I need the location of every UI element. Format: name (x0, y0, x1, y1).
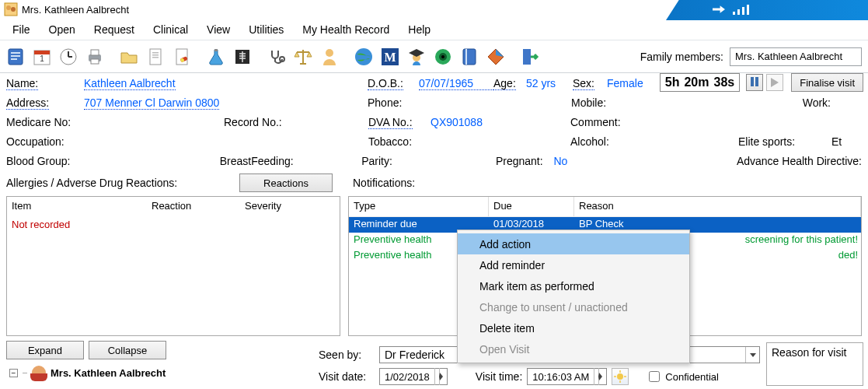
svg-rect-17 (152, 52, 159, 54)
label-work: Work: (803, 96, 862, 109)
label-allergies: Allergies / Adverse Drug Reactions: (6, 177, 239, 189)
label-mobile: Mobile: (571, 96, 664, 109)
tb-file-icon[interactable] (3, 43, 28, 71)
col-type[interactable]: Type (349, 197, 489, 216)
svg-point-1 (6, 5, 11, 10)
chevron-down-icon (750, 353, 756, 357)
menu-mhr[interactable]: My Health Record (293, 20, 399, 39)
tb-person-icon[interactable] (317, 43, 342, 71)
svg-rect-14 (91, 50, 99, 55)
menu-utilities[interactable]: Utilities (239, 20, 293, 39)
tb-stethoscope-icon[interactable] (264, 43, 289, 71)
svg-rect-15 (91, 59, 99, 64)
tb-openfile-icon[interactable] (117, 43, 141, 71)
tb-clock-icon[interactable] (56, 43, 81, 71)
label-advance: Advance Health Directive: (737, 155, 862, 167)
pause-button[interactable] (746, 74, 763, 91)
value-sex: Female (607, 77, 643, 89)
label-age: Age: (493, 77, 526, 89)
svg-rect-38 (465, 49, 467, 65)
play-button[interactable] (766, 74, 783, 91)
patient-fields: 5h 20m 38s Finalise visit Name: Kathleen… (0, 73, 868, 191)
tb-page-icon[interactable] (143, 43, 168, 71)
col-reaction[interactable]: Reaction (147, 197, 240, 217)
label-tobacco: Tobacco: (368, 135, 570, 148)
confidential-checkbox[interactable]: Confidential (646, 369, 719, 384)
col-reason[interactable]: Reason (574, 197, 861, 216)
label-alcohol: Alcohol: (570, 135, 738, 148)
tb-exit-icon[interactable] (518, 43, 542, 71)
svg-rect-4 (11, 52, 20, 54)
label-pregnant: Pregnant: (496, 155, 554, 167)
label-blood: Blood Group: (6, 155, 220, 167)
collapse-button[interactable]: Collapse (89, 341, 166, 359)
col-due[interactable]: Due (489, 197, 574, 216)
value-pregnant: No (553, 155, 736, 167)
family-members-select[interactable]: Mrs. Kathleen Aalbrecht (730, 47, 862, 66)
label-parity: Parity: (361, 155, 496, 167)
ctx-add-reminder[interactable]: Add reminder (458, 254, 689, 275)
svg-rect-39 (523, 49, 531, 65)
tb-diamond-icon[interactable] (483, 43, 508, 71)
tb-xray-icon[interactable] (230, 43, 255, 71)
patient-tree: − Mrs. Kathleen Aalbrecht (6, 364, 309, 386)
context-menu: Add action Add reminder Mark item as per… (457, 230, 690, 363)
tree-toggle-icon[interactable]: − (9, 369, 18, 377)
svg-point-29 (326, 49, 333, 57)
tb-calendar-icon[interactable]: 1 (30, 43, 54, 71)
window-title: Mrs. Kathleen Aalbrecht (22, 4, 129, 16)
tree-patient-name[interactable]: Mrs. Kathleen Aalbrecht (51, 367, 166, 379)
value-dob[interactable]: 07/07/1965 (419, 77, 493, 90)
tb-book2-icon[interactable] (457, 43, 482, 71)
menu-request[interactable]: Request (85, 20, 144, 39)
svg-text:1: 1 (40, 54, 44, 63)
label-name: Name: (6, 77, 84, 89)
menu-view[interactable]: View (197, 20, 239, 39)
ctx-mark-performed[interactable]: Mark item as performed (458, 275, 689, 296)
visit-time-input[interactable]: 10:16:03 AM (527, 368, 607, 385)
col-severity[interactable]: Severity (240, 197, 340, 217)
svg-point-2 (11, 7, 16, 12)
col-item[interactable]: Item (7, 197, 147, 217)
tb-flask-icon[interactable] (204, 43, 228, 71)
menubar: File Open Request Clinical View Utilitie… (0, 19, 868, 40)
ribbon-arrow-icon (713, 3, 725, 16)
reactions-button[interactable]: Reactions (239, 173, 333, 192)
finalise-visit-button[interactable]: Finalise visit (791, 73, 863, 92)
label-elite: Elite sports: (738, 135, 831, 148)
label-phone: Phone: (368, 96, 492, 109)
svg-rect-37 (463, 49, 476, 65)
title-ribbon (666, 0, 868, 20)
label-dob: D.O.B.: (368, 77, 419, 89)
menu-help[interactable]: Help (399, 20, 440, 39)
tb-rx-icon[interactable] (169, 43, 194, 71)
label-occupation: Occupation: (6, 135, 368, 148)
tb-eye-icon[interactable] (431, 43, 455, 71)
tb-globe-icon[interactable] (351, 43, 376, 71)
ctx-change-unsent: Change to unsent / unactioned (458, 296, 689, 317)
menu-file[interactable]: File (3, 20, 40, 39)
tb-m-icon[interactable]: M (378, 43, 403, 71)
value-age: 52 yrs (526, 77, 573, 89)
expand-button[interactable]: Expand (6, 341, 84, 359)
value-name[interactable]: Kathleen Aalbrecht (84, 77, 176, 90)
svg-rect-18 (152, 54, 159, 56)
visit-date-input[interactable]: 1/02/2018 (379, 368, 448, 385)
tb-grad-icon[interactable] (404, 43, 429, 71)
ctx-delete-item[interactable]: Delete item (458, 317, 689, 338)
label-sex: Sex: (573, 77, 607, 89)
ctx-add-action[interactable]: Add action (458, 233, 689, 254)
allergies-not-recorded: Not recorded (7, 217, 340, 232)
ctx-open-visit: Open Visit (458, 338, 689, 359)
tb-print-icon[interactable] (82, 43, 107, 71)
titlebar: Mrs. Kathleen Aalbrecht (0, 0, 868, 19)
menu-open[interactable]: Open (40, 20, 85, 39)
svg-rect-23 (214, 49, 218, 51)
menu-clinical[interactable]: Clinical (144, 20, 197, 39)
svg-point-40 (617, 373, 623, 380)
tb-scale-icon[interactable] (291, 43, 315, 71)
value-address[interactable]: 707 Menner Cl Darwin 0800 (84, 96, 219, 110)
weather-icon[interactable] (612, 368, 629, 385)
label-visit-date: Visit date: (319, 370, 375, 383)
svg-text:M: M (384, 51, 396, 64)
